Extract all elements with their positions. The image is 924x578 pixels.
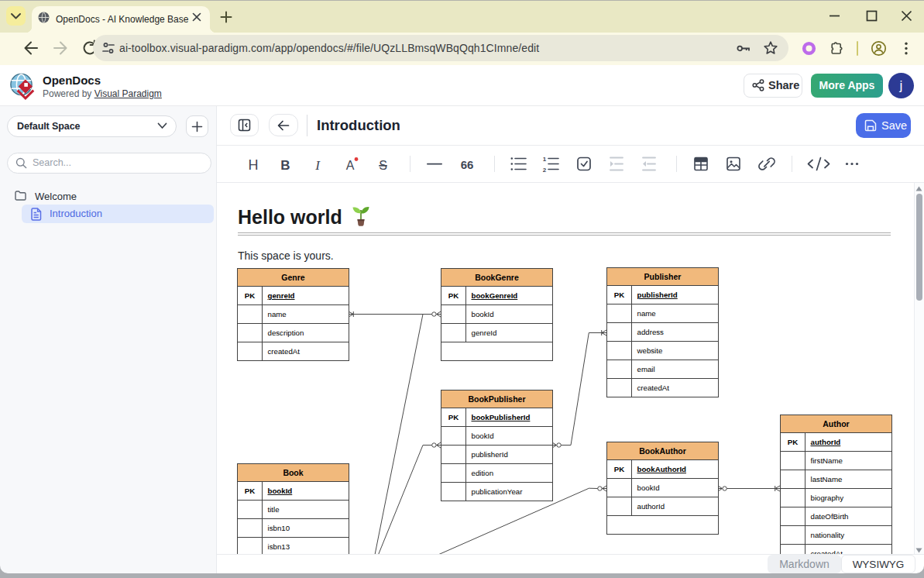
svg-text:authorId: authorId [637,502,665,511]
svg-text:1: 1 [543,156,547,163]
svg-text:publisherId: publisherId [472,450,508,459]
svg-text:lastName: lastName [811,475,843,483]
svg-text:authorId: authorId [811,438,841,446]
svg-text:bookId: bookId [472,432,494,440]
svg-text:name: name [268,310,287,318]
svg-text:BookAuthor: BookAuthor [639,446,686,456]
svg-text:PK: PK [448,291,459,300]
svg-text:2: 2 [543,167,547,174]
svg-text:nationality: nationality [811,531,845,539]
svg-text:createdAt: createdAt [268,347,301,356]
svg-text:Publisher: Publisher [644,272,682,281]
svg-text:firstName: firstName [811,456,843,465]
svg-text:email: email [637,365,655,373]
svg-text:PK: PK [448,413,459,421]
svg-text:BookPublisher: BookPublisher [468,394,525,404]
svg-text:bookPublisherId: bookPublisherId [472,413,531,421]
svg-text:PK: PK [788,438,798,446]
svg-text:H: H [249,157,259,173]
svg-text:Genre: Genre [281,273,305,282]
svg-text:website: website [637,346,663,355]
svg-text:isbn10: isbn10 [268,524,290,532]
svg-text:I: I [314,158,321,173]
svg-text:bookAuthorId: bookAuthorId [637,465,687,473]
svg-text:genreId: genreId [472,329,497,337]
svg-text:title: title [268,505,280,514]
svg-text:PK: PK [245,291,255,300]
svg-text:description: description [268,329,304,337]
svg-text:name: name [637,309,656,318]
svg-text:PK: PK [614,465,624,473]
svg-text:edition: edition [472,469,494,477]
svg-text:isbn13: isbn13 [268,542,290,551]
svg-text:bookId: bookId [637,483,660,492]
svg-text:66: 66 [461,158,474,171]
svg-text:biography: biography [811,494,844,502]
svg-text:BookGenre: BookGenre [475,273,519,282]
svg-text:A: A [346,159,355,172]
svg-text:B: B [280,158,290,173]
svg-text:address: address [637,328,665,336]
svg-text:createdAt: createdAt [637,384,670,392]
svg-text:PK: PK [245,487,255,495]
svg-text:S: S [379,159,387,172]
svg-text:Book: Book [283,468,303,477]
svg-text:Author: Author [823,419,849,428]
svg-text:publicationYear: publicationYear [472,487,524,496]
svg-text:PK: PK [614,291,624,299]
svg-text:publisherId: publisherId [637,291,678,299]
svg-text:bookId: bookId [268,487,293,495]
svg-text:bookGenreId: bookGenreId [472,291,518,300]
svg-text:genreId: genreId [268,291,295,300]
svg-text:dateOfBirth: dateOfBirth [811,512,849,521]
svg-text:bookId: bookId [472,310,494,318]
